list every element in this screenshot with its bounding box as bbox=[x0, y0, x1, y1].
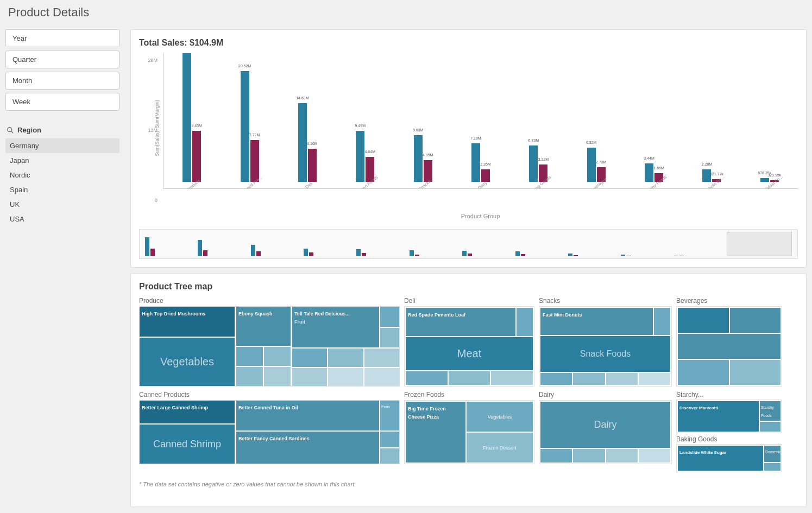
quarter-filter[interactable]: Quarter bbox=[5, 50, 119, 68]
bar-chart-bars: 24.16M 9.45M Produce bbox=[163, 53, 798, 189]
dairy-sm-3[interactable] bbox=[606, 449, 638, 463]
snacks-grid-3[interactable] bbox=[606, 373, 638, 385]
y-tick-mid: 13M bbox=[148, 128, 158, 133]
region-item-nordic[interactable]: Nordic bbox=[5, 168, 119, 182]
snacks-sm-1[interactable] bbox=[654, 308, 670, 335]
snacks-grid-2[interactable] bbox=[573, 373, 605, 385]
pimento-loaf-block[interactable]: Red Spade Pimento Loaf bbox=[406, 308, 515, 336]
dairy-sm-4[interactable] bbox=[639, 449, 670, 463]
snacks-grid-1[interactable] bbox=[540, 373, 572, 385]
bar-group-starchy: 3.44M 1.66M Starchy Foods bbox=[628, 58, 680, 188]
deli-sm-2[interactable] bbox=[406, 371, 448, 385]
bev-3[interactable] bbox=[678, 334, 780, 359]
bar-group-baking: 6.73M 3.22M Baking Goods bbox=[512, 58, 564, 188]
baking-section: Baking Goods Landslide White Sugar Domes… bbox=[676, 435, 782, 472]
sidebar: Year Quarter Month Week Region Germany J… bbox=[0, 24, 125, 512]
treemap-title: Product Tree map bbox=[139, 282, 798, 292]
manicotti-block[interactable]: Discover Manicotti bbox=[678, 401, 759, 432]
fruit-sm-2[interactable] bbox=[380, 328, 399, 348]
bar-chart-panel: Total Sales: $104.9M Sum(Sales), Sum(Mar… bbox=[130, 29, 807, 268]
region-item-germany[interactable]: Germany bbox=[5, 138, 119, 153]
bar-produce-teal bbox=[182, 53, 191, 182]
bar-produce-magenta bbox=[192, 131, 201, 182]
starchy-section: Starchy... Discover Manicotti Starchy Fo… bbox=[676, 391, 782, 433]
vegetables-block[interactable]: Vegetables bbox=[140, 338, 235, 386]
week-filter[interactable]: Week bbox=[5, 93, 119, 111]
beverages-title: Beverages bbox=[676, 297, 782, 305]
tuna-block[interactable]: Better Canned Tuna in Oil bbox=[236, 401, 379, 430]
bev-1[interactable] bbox=[678, 308, 729, 333]
produce-grid-6[interactable] bbox=[364, 368, 399, 387]
donuts-block[interactable]: Fast Mini Donuts bbox=[540, 308, 653, 335]
meat-block[interactable]: Meat bbox=[406, 337, 533, 370]
dairy-sm-1[interactable] bbox=[540, 449, 572, 463]
mushrooms-block[interactable]: High Top Dried Mushrooms bbox=[140, 307, 235, 337]
bev-2[interactable] bbox=[730, 308, 781, 333]
starchy-sm-1[interactable] bbox=[760, 422, 780, 432]
produce-grid-2[interactable] bbox=[328, 349, 363, 367]
starchy-foods-block[interactable]: Starchy Foods bbox=[760, 401, 780, 421]
frozen-veg-block[interactable]: Vegetables bbox=[467, 402, 533, 432]
canned-shrimp-block[interactable]: Canned Shrimp bbox=[140, 425, 235, 464]
domestic-block[interactable]: Domestic bbox=[764, 446, 780, 462]
deli-title: Deli bbox=[404, 297, 534, 305]
produce-grid-5[interactable] bbox=[328, 368, 363, 387]
canned-sm-1[interactable] bbox=[380, 432, 399, 447]
produce-sm-4[interactable] bbox=[264, 367, 291, 386]
snack-foods-block[interactable]: Snack Foods bbox=[540, 336, 670, 372]
region-item-usa[interactable]: USA bbox=[5, 212, 119, 226]
dairy-title: Dairy bbox=[539, 391, 672, 398]
snacks-grid-4[interactable] bbox=[639, 373, 670, 385]
deli-sm-4[interactable] bbox=[491, 371, 533, 385]
baking-sm-1[interactable] bbox=[764, 463, 780, 471]
canned-sm-2[interactable] bbox=[380, 448, 399, 464]
bar-group-beverages: 6.32M 2.73M Beverages bbox=[570, 58, 622, 188]
bar-group-breakfast: 678.25k 329.95k Breakfast Fo... bbox=[744, 58, 796, 188]
produce-section: Produce High Top Dried Mushrooms Vegetab… bbox=[139, 297, 400, 387]
produce-sm-1[interactable] bbox=[236, 347, 263, 366]
region-item-uk[interactable]: UK bbox=[5, 197, 119, 212]
region-item-spain[interactable]: Spain bbox=[5, 182, 119, 197]
produce-grid-1[interactable] bbox=[292, 349, 327, 367]
baking-title: Baking Goods bbox=[676, 435, 782, 443]
produce-sm-3[interactable] bbox=[236, 367, 263, 386]
canned-title: Canned Products bbox=[139, 391, 400, 398]
fruit-sm-1[interactable] bbox=[380, 307, 399, 327]
deli-section: Deli Red Spade Pimento Loaf Meat bbox=[404, 297, 534, 387]
frozen-title: Frozen Foods bbox=[404, 391, 534, 398]
deli-sm-3[interactable] bbox=[449, 371, 490, 385]
bar-group-canned: 20.52M 7.72M Canned Pro... bbox=[223, 58, 275, 188]
white-sugar-block[interactable]: Landslide White Sugar bbox=[678, 446, 763, 471]
telltale-block[interactable]: Tell Tale Red Delcious... Fruit bbox=[292, 307, 379, 347]
region-item-japan[interactable]: Japan bbox=[5, 153, 119, 168]
sardines-block[interactable]: Better Fancy Canned Sardines bbox=[236, 432, 379, 464]
canned-shrimp-header[interactable]: Better Large Canned Shrimp bbox=[140, 401, 235, 423]
svg-line-1 bbox=[11, 131, 14, 133]
bev-4[interactable] bbox=[678, 360, 729, 385]
ebony-squash-block[interactable]: Ebony Squash bbox=[236, 307, 291, 346]
produce-sm-2[interactable] bbox=[264, 347, 291, 366]
starchy-title: Starchy... bbox=[676, 391, 782, 398]
svg-point-0 bbox=[8, 127, 12, 131]
produce-grid-3[interactable] bbox=[364, 349, 399, 367]
x-axis-title: Product Group bbox=[163, 213, 798, 219]
deli-sm-1[interactable] bbox=[517, 308, 533, 336]
bar-group-alcoholic: 2.28M 521.77k Alcoholic Be... bbox=[685, 58, 738, 188]
snacks-title: Snacks bbox=[539, 297, 672, 305]
pizza-block[interactable]: Big Time Frozen Cheese Pizza bbox=[406, 402, 465, 463]
bev-5[interactable] bbox=[730, 360, 781, 385]
peas-block[interactable]: Peas bbox=[380, 401, 399, 430]
y-tick-low: 0 bbox=[155, 198, 158, 203]
bar-group-produce: 24.16M 9.45M Produce bbox=[166, 58, 218, 188]
year-filter[interactable]: Year bbox=[5, 29, 119, 47]
frozen-dessert-block[interactable]: Frozen Dessert bbox=[467, 433, 533, 463]
region-list: Germany Japan Nordic Spain UK USA bbox=[5, 138, 119, 226]
frozen-section: Frozen Foods Big Time Frozen Cheese Pizz… bbox=[404, 391, 534, 464]
mini-chart[interactable] bbox=[139, 229, 798, 259]
dairy-block[interactable]: Dairy bbox=[540, 402, 670, 448]
month-filter[interactable]: Month bbox=[5, 72, 119, 90]
dairy-sm-2[interactable] bbox=[573, 449, 605, 463]
region-header-label: Region bbox=[17, 126, 41, 134]
bar-group-snacks: 8.63M 4.05M Snacks bbox=[396, 58, 449, 188]
produce-grid-4[interactable] bbox=[292, 368, 327, 387]
